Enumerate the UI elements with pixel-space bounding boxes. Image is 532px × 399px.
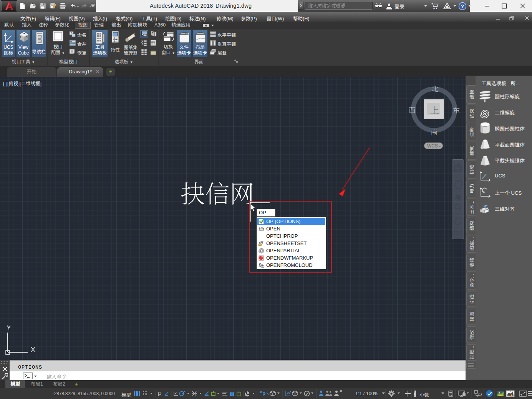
svg-text:?: ? — [461, 3, 464, 9]
